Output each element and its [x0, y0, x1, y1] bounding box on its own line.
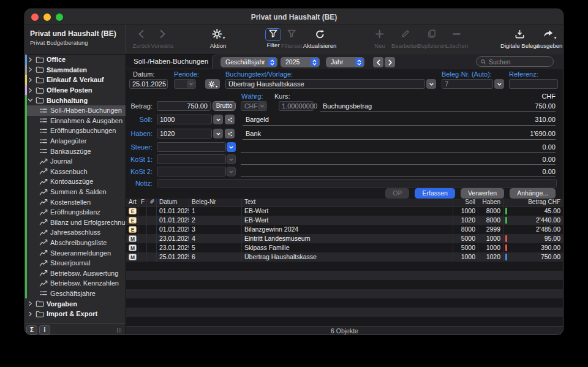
verwerfen-button[interactable]: Verwerfen	[461, 188, 504, 199]
soll-dropdown-button[interactable]	[213, 115, 223, 124]
sidebar-item-steuerjournal[interactable]: Steuerjournal	[25, 258, 126, 268]
kurs-field[interactable]: 1.00000000	[279, 101, 314, 111]
year-dropdown[interactable]: 2025	[281, 57, 320, 67]
sidebar-item-kostenstellen[interactable]: Kostenstellen	[25, 197, 126, 207]
soll-split-button[interactable]	[225, 115, 235, 124]
minimize-window-button[interactable]	[43, 13, 51, 21]
next-period-button[interactable]	[385, 57, 395, 67]
toolbar-ausgeben-button[interactable]: ▾Ausgeben	[537, 28, 563, 49]
sidebar-item-einnahmen-ausgaben[interactable]: Einnahmen & Ausgaben	[25, 116, 126, 126]
booking-row-5[interactable]: M23.01.20255Skipass Familie50001000390.0…	[126, 243, 563, 252]
search-input[interactable]	[489, 58, 549, 66]
sidebar-item-abschreibungsliste[interactable]: Abschreibungsliste	[25, 238, 126, 248]
period-type-dropdown[interactable]: Geschäftsjahr	[221, 57, 277, 67]
datum-field[interactable]: 25.01.2025	[129, 79, 168, 89]
toolbar-digitale-belege-button[interactable]: Digitale Belege	[500, 28, 540, 49]
column-header-f[interactable]: F	[138, 199, 147, 206]
disclosure-chevron-icon[interactable]	[28, 97, 34, 103]
disclosure-chevron-icon[interactable]	[28, 311, 34, 317]
sidebar-item-stammdaten[interactable]: Stammdaten	[25, 65, 126, 75]
kost2-label: KoSt 2:	[126, 168, 153, 175]
anhaenge-button[interactable]: Anhänge...	[510, 188, 556, 199]
steuer-dropdown-button[interactable]	[227, 142, 236, 152]
sidebar-item-geschäftsjahre[interactable]: Geschäftsjahre	[25, 289, 126, 299]
info-button[interactable]: i	[39, 325, 50, 335]
sidebar-footer: Σ i	[25, 323, 126, 335]
referenz-field[interactable]	[509, 79, 558, 89]
haben-split-button[interactable]	[225, 129, 235, 138]
column-header-text[interactable]: Text	[242, 199, 453, 206]
window-titlebar[interactable]: Privat und Haushalt (BE)	[25, 9, 563, 25]
sidebar-item-soll-haben-buchungen[interactable]: Soll-/Haben-Buchungen	[25, 105, 126, 116]
haben-dropdown-button[interactable]	[213, 129, 223, 138]
disclosure-chevron-icon[interactable]	[28, 88, 34, 93]
sidebar-item-jahresabschluss[interactable]: Jahresabschluss	[25, 227, 126, 238]
buchungstext-dropdown-button[interactable]	[426, 79, 436, 89]
column-header-art[interactable]: Art	[126, 199, 138, 206]
sidebar-item-betriebsw-kennzahlen[interactable]: Betriebsw. Kennzahlen	[25, 278, 126, 289]
booking-row-1[interactable]: E01.01.20251EB-Wert1000800045.00	[126, 206, 563, 216]
kost2-field[interactable]	[157, 167, 226, 176]
sidebar-item-office[interactable]: Office	[25, 55, 126, 65]
entry-type-badge: M	[129, 244, 137, 251]
booking-row-2[interactable]: E01.01.20252EB-Wert102080002'440.00	[126, 216, 563, 225]
sidebar-item-einkauf-verkauf[interactable]: Einkauf & Verkauf	[25, 75, 126, 85]
sidebar-item-eröffnungsbuchungen[interactable]: Eröffnungsbuchungen	[25, 126, 126, 136]
caret-icon: ▾	[223, 36, 225, 40]
previous-period-button[interactable]	[373, 57, 383, 67]
toolbar-aktualisieren-button[interactable]: Aktualisieren	[303, 28, 336, 49]
brutto-button[interactable]: Brutto	[213, 101, 236, 111]
duplicate-icon	[427, 29, 437, 41]
sidebar-item-steueranmeldungen[interactable]: Steueranmeldungen	[25, 248, 126, 258]
column-header-attachment[interactable]	[147, 199, 157, 206]
notiz-field[interactable]	[157, 179, 557, 187]
column-header-datum[interactable]: Datum	[157, 199, 189, 206]
sidebar-item-offene-posten[interactable]: Offene Posten	[25, 85, 126, 96]
sidebar-item-bankauszüge[interactable]: Bankauszüge	[25, 146, 126, 156]
belegnr-dropdown-button[interactable]	[494, 79, 504, 89]
disclosure-chevron-icon[interactable]	[28, 67, 34, 72]
sidebar-item-import-export[interactable]: Import & Export	[25, 309, 126, 319]
sidebar-item-summen-salden[interactable]: Summen & Salden	[25, 187, 126, 197]
soll-konto-field[interactable]: 1000	[157, 115, 212, 124]
sidebar-item-betriebsw-auswertung[interactable]: Betriebsw. Auswertung	[25, 268, 126, 278]
column-header-beleg-nr[interactable]: Beleg-Nr	[189, 199, 242, 206]
sidebar-item-anlagegüter[interactable]: Anlagegüter	[25, 136, 126, 146]
buchungstext-field[interactable]: Übertrag Haushaltskasse	[225, 79, 425, 89]
sum-button[interactable]: Σ	[26, 325, 37, 335]
sidebar-item-journal[interactable]: Journal	[25, 156, 126, 167]
column-header-haben[interactable]: Haben	[478, 199, 503, 206]
booking-row-6[interactable]: M25.01.20256Übertrag Haushaltskasse10001…	[126, 252, 563, 262]
sidebar-item-buchhaltung[interactable]: Buchhaltung	[25, 95, 126, 105]
toolbar-vorwaerts-button: Vorwärts	[151, 28, 174, 49]
erfassen-button[interactable]: Erfassen	[415, 188, 454, 199]
sidebar-item-vorgaben[interactable]: Vorgaben	[25, 298, 126, 309]
booking-row-4[interactable]: M23.01.20254Eintritt Landesmuseum5000100…	[126, 234, 563, 243]
disclosure-chevron-icon[interactable]	[28, 77, 34, 83]
disclosure-chevron-icon[interactable]	[28, 301, 34, 306]
template-action-button[interactable]: ▾	[205, 79, 220, 89]
toolbar-aktion-button[interactable]: ▾Aktion	[210, 28, 226, 49]
betrag-field[interactable]: 750.00	[157, 101, 211, 111]
column-header-soll[interactable]: Soll	[453, 199, 478, 206]
haben-konto-field[interactable]: 1020	[157, 129, 212, 138]
search-field[interactable]	[476, 56, 554, 67]
category-color-strip	[25, 95, 27, 105]
kost1-field[interactable]	[157, 154, 226, 164]
sidebar-item-kontoauszüge[interactable]: Kontoauszüge	[25, 176, 126, 187]
category-color-strip	[25, 289, 27, 299]
chart-icon	[39, 198, 48, 206]
booking-row-3[interactable]: E01.01.20253Bilanzgewinn 2024800029992'4…	[126, 225, 563, 234]
disclosure-chevron-icon[interactable]	[28, 57, 34, 62]
zoom-window-button[interactable]	[56, 13, 63, 21]
column-header-betrag-chf[interactable]: Betrag CHF	[503, 199, 563, 206]
steuer-field[interactable]	[157, 142, 226, 152]
close-window-button[interactable]	[31, 13, 39, 21]
sidebar-item-kassenbuch[interactable]: Kassenbuch	[25, 167, 126, 177]
toolbar-filter-button[interactable]: Filter	[265, 28, 281, 48]
range-dropdown[interactable]: Jahr	[326, 57, 364, 67]
sidebar-item-eröffnungsbilanz[interactable]: Eröffnungsbilanz	[25, 207, 126, 218]
resize-grip[interactable]	[117, 328, 121, 333]
belegnr-field[interactable]: 7	[442, 79, 493, 89]
sidebar-item-bilanz-und-erfolgsrechnung[interactable]: Bilanz und Erfolgsrechnung	[25, 218, 126, 228]
